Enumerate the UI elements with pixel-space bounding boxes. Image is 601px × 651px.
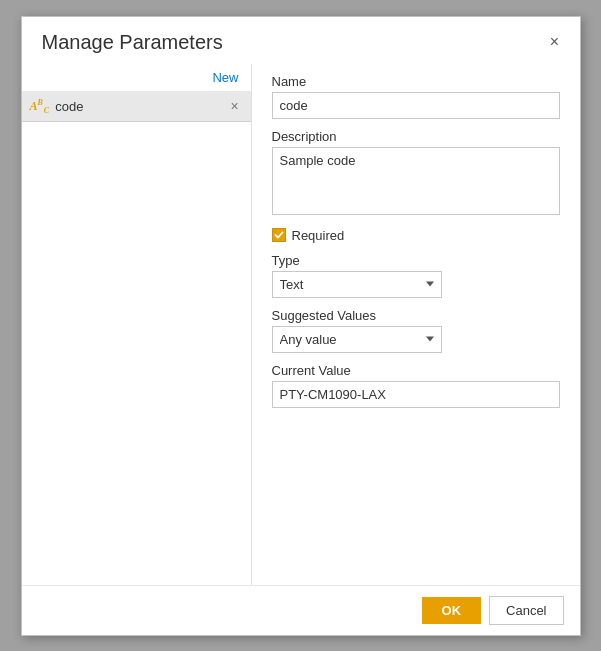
- type-label: Type: [272, 253, 560, 268]
- dialog-body: New ABC code × Name Description Sample c…: [22, 64, 580, 585]
- close-button[interactable]: ×: [546, 33, 564, 51]
- suggested-values-label: Suggested Values: [272, 308, 560, 323]
- suggested-values-select-wrapper: Any value List of values Query based: [272, 326, 442, 353]
- new-parameter-button[interactable]: New: [208, 68, 242, 87]
- name-input[interactable]: [272, 92, 560, 119]
- suggested-values-field-group: Suggested Values Any value List of value…: [272, 308, 560, 353]
- ok-button[interactable]: OK: [422, 597, 482, 624]
- description-field-group: Description Sample code: [272, 129, 560, 218]
- list-item[interactable]: ABC code ×: [22, 92, 251, 122]
- suggested-values-select[interactable]: Any value List of values Query based: [272, 326, 442, 353]
- description-label: Description: [272, 129, 560, 144]
- current-value-label: Current Value: [272, 363, 560, 378]
- description-input[interactable]: Sample code: [272, 147, 560, 215]
- type-select-wrapper: Text Number Decimal Number Date/Time Dur…: [272, 271, 442, 298]
- required-label[interactable]: Required: [292, 228, 345, 243]
- left-panel: New ABC code ×: [22, 64, 252, 585]
- dialog-title: Manage Parameters: [42, 31, 223, 54]
- param-list: ABC code ×: [22, 92, 251, 585]
- name-field-group: Name: [272, 74, 560, 119]
- name-label: Name: [272, 74, 560, 89]
- current-value-field-group: Current Value: [272, 363, 560, 408]
- cancel-button[interactable]: Cancel: [489, 596, 563, 625]
- param-item-label: code: [55, 99, 226, 114]
- dialog-titlebar: Manage Parameters ×: [22, 17, 580, 64]
- dialog-footer: OK Cancel: [22, 585, 580, 635]
- abc-icon: ABC: [30, 98, 50, 115]
- required-row: Required: [272, 228, 560, 243]
- remove-param-button[interactable]: ×: [227, 98, 243, 114]
- type-select[interactable]: Text Number Decimal Number Date/Time Dur…: [272, 271, 442, 298]
- manage-parameters-dialog: Manage Parameters × New ABC code × Name: [21, 16, 581, 636]
- type-field-group: Type Text Number Decimal Number Date/Tim…: [272, 253, 560, 298]
- current-value-input[interactable]: [272, 381, 560, 408]
- required-checkbox[interactable]: [272, 228, 286, 242]
- right-panel: Name Description Sample code Required Ty: [252, 64, 580, 585]
- left-panel-toolbar: New: [22, 64, 251, 92]
